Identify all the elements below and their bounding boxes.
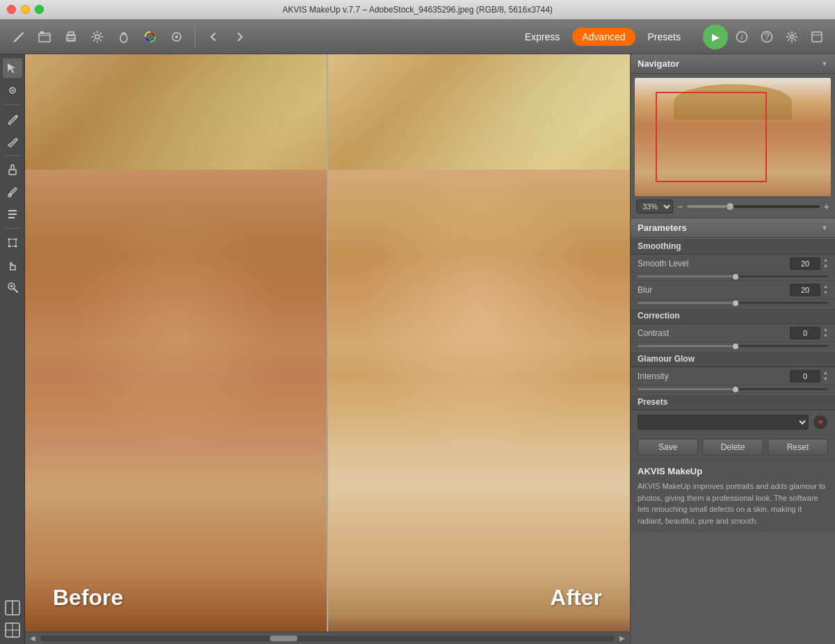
toolbar-sep-1: [195, 26, 195, 47]
info-icon[interactable]: i: [731, 26, 753, 48]
smooth-level-input[interactable]: [790, 257, 820, 270]
delete-btn[interactable]: Delete: [702, 439, 763, 456]
tool-makeup[interactable]: [113, 26, 135, 48]
minimize-button[interactable]: [21, 5, 30, 14]
scroll-left-arrow[interactable]: ◀: [28, 634, 38, 642]
svg-point-24: [15, 245, 17, 248]
contrast-down[interactable]: ▼: [823, 333, 828, 339]
tool-icon-main[interactable]: [7, 26, 29, 48]
info-title: AKVIS MakeUp: [638, 466, 828, 476]
zoom-slider-thumb[interactable]: [727, 203, 733, 210]
tool-stamp[interactable]: [3, 160, 22, 179]
main-area: Before After ◀ ▶ Navigator ▼: [0, 54, 835, 644]
glamour-title: Glamour Glow: [638, 354, 695, 364]
smooth-level-stepper[interactable]: ▲ ▼: [823, 257, 828, 269]
info-section: AKVIS MakeUp AKVIS MakeUp improves portr…: [631, 460, 835, 532]
contrast-control: ▲ ▼: [790, 327, 828, 339]
scroll-track[interactable]: [40, 636, 615, 641]
blur-stepper[interactable]: ▲ ▼: [823, 284, 828, 296]
tool-settings[interactable]: [86, 26, 108, 48]
contrast-up[interactable]: ▲: [823, 327, 828, 332]
navigator-title: Navigator: [638, 58, 679, 69]
mode-advanced-btn[interactable]: Advanced: [572, 28, 635, 46]
mode-presets-btn[interactable]: Presets: [638, 28, 690, 46]
blur-input[interactable]: [790, 284, 820, 296]
contrast-row: Contrast ▲ ▼: [631, 324, 835, 342]
tool-dropper[interactable]: [3, 182, 22, 202]
canvas-image: Before After: [25, 54, 630, 631]
smoothing-title: Smoothing: [638, 241, 681, 251]
smooth-level-control: ▲ ▼: [790, 257, 828, 270]
svg-point-22: [15, 239, 17, 241]
tool-grid[interactable]: [3, 620, 22, 640]
contrast-input[interactable]: [790, 327, 820, 339]
svg-point-14: [791, 35, 794, 38]
intensity-up[interactable]: ▲: [823, 370, 828, 376]
intensity-down[interactable]: ▼: [823, 376, 828, 382]
tool-zoom[interactable]: [3, 277, 22, 297]
canvas-container[interactable]: Before After: [25, 54, 630, 631]
tool-paint[interactable]: [3, 204, 22, 224]
favorite-btn[interactable]: ♥: [813, 414, 828, 430]
intensity-stepper[interactable]: ▲ ▼: [823, 370, 828, 382]
contrast-slider[interactable]: [638, 345, 828, 347]
intensity-slider[interactable]: [638, 388, 828, 390]
blur-slider[interactable]: [638, 302, 828, 304]
prefs-icon[interactable]: [781, 26, 803, 48]
presets-section-header: Presets: [631, 394, 835, 410]
titlebar: AKVIS MakeUp v.7.7 – AdobeStock_94635296…: [0, 0, 835, 19]
svg-rect-3: [68, 32, 74, 35]
glamour-header: Glamour Glow: [631, 351, 835, 367]
intensity-thumb[interactable]: [733, 387, 738, 392]
tool-brush[interactable]: [3, 131, 22, 151]
tool-before-after[interactable]: [3, 598, 22, 618]
tool-hand[interactable]: [3, 255, 22, 275]
smooth-level-up[interactable]: ▲: [823, 257, 828, 263]
tool-select[interactable]: [3, 58, 22, 78]
smooth-level-slider[interactable]: [638, 275, 828, 277]
save-btn[interactable]: Save: [638, 439, 698, 456]
smooth-level-row: Smooth Level ▲ ▼: [631, 255, 835, 273]
smooth-level-down[interactable]: ▼: [823, 264, 828, 269]
reset-btn[interactable]: Reset: [768, 439, 828, 456]
zoom-in-btn[interactable]: +: [824, 202, 829, 211]
close-button[interactable]: [7, 5, 16, 14]
svg-line-26: [14, 289, 17, 292]
params-collapse[interactable]: ▼: [821, 224, 828, 232]
navigator-collapse[interactable]: ▼: [821, 60, 828, 67]
contrast-thumb[interactable]: [733, 344, 738, 349]
blur-thumb[interactable]: [733, 300, 738, 306]
nav-back[interactable]: [202, 26, 225, 48]
tool-transform[interactable]: [3, 233, 22, 252]
tool-open[interactable]: [33, 26, 56, 48]
svg-text:i: i: [741, 33, 743, 41]
contrast-stepper[interactable]: ▲ ▼: [823, 327, 828, 339]
intensity-input[interactable]: [790, 370, 820, 383]
zoom-out-btn[interactable]: −: [677, 202, 683, 211]
blur-up[interactable]: ▲: [823, 284, 828, 289]
zoom-slider[interactable]: [687, 205, 820, 208]
maximize-button[interactable]: [35, 5, 44, 14]
mode-express-btn[interactable]: Express: [515, 28, 570, 46]
h-scrollbar[interactable]: ◀ ▶: [25, 631, 630, 644]
left-sidebar: [0, 54, 25, 644]
presets-select-row: ♥: [631, 410, 835, 435]
svg-point-19: [8, 194, 11, 197]
blur-down[interactable]: ▼: [823, 290, 828, 296]
preset-select[interactable]: [638, 414, 809, 430]
help-icon[interactable]: ?: [756, 26, 778, 48]
tool-pencil[interactable]: [3, 109, 22, 129]
zoom-select[interactable]: 33%: [636, 200, 673, 214]
smooth-level-thumb[interactable]: [733, 274, 738, 280]
window-icon[interactable]: [806, 26, 828, 48]
tool-view[interactable]: [3, 81, 22, 100]
nav-forward[interactable]: [229, 26, 251, 48]
scroll-right-arrow[interactable]: ▶: [617, 634, 627, 642]
run-button[interactable]: ▶: [703, 24, 728, 49]
before-after-divider[interactable]: [327, 54, 328, 631]
window-title: AKVIS MakeUp v.7.7 – AdobeStock_94635296…: [282, 5, 553, 15]
scroll-thumb[interactable]: [270, 636, 298, 641]
tool-filter[interactable]: [165, 26, 188, 48]
tool-color[interactable]: [139, 26, 161, 48]
tool-print[interactable]: [60, 26, 82, 48]
